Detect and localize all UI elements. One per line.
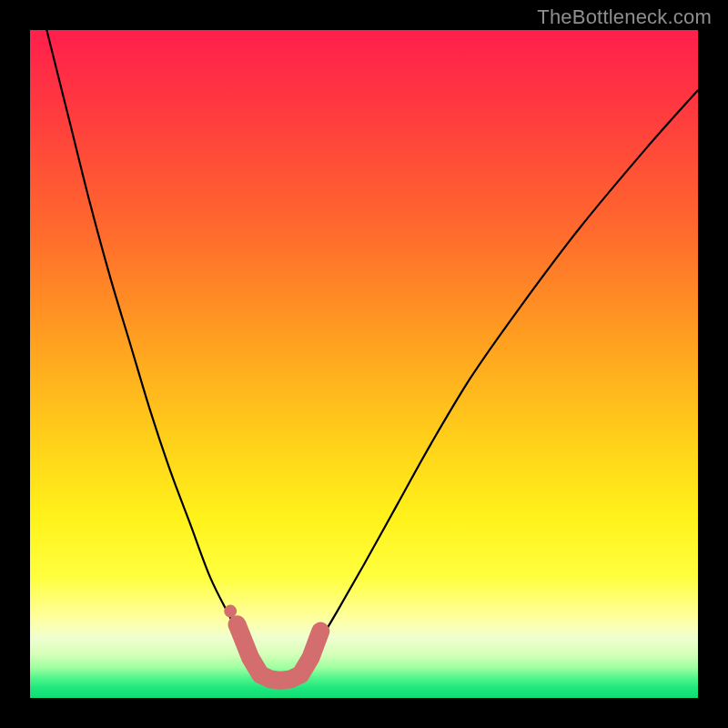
curve-layer (30, 30, 698, 698)
bottleneck-curve (30, 30, 698, 682)
chart-frame: TheBottleneck.com (0, 0, 728, 728)
highlight-dot (224, 605, 237, 618)
plot-area (30, 30, 698, 698)
highlight-band-line (238, 624, 321, 681)
watermark-text: TheBottleneck.com (537, 5, 712, 29)
highlight-band (224, 605, 320, 681)
